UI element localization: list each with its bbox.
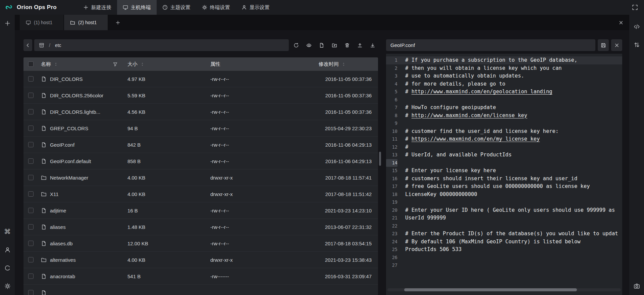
refresh-button[interactable] <box>291 39 302 51</box>
row-checkbox[interactable] <box>28 158 34 164</box>
file-attr: -rw-r--r-- <box>207 76 287 82</box>
new-file-button[interactable] <box>316 39 327 51</box>
user-button[interactable] <box>2 245 12 255</box>
file-list-scrollbar[interactable] <box>379 39 381 295</box>
file-attr: -rw-r--r-- <box>207 224 287 230</box>
gear-icon <box>4 283 11 289</box>
file-row[interactable]: DIR_COLORS.lightb...4.56 KB-rw-r--r--201… <box>23 104 378 120</box>
editor-h-scrollbar[interactable] <box>387 288 621 291</box>
file-row[interactable]: aliases1.48 KB-rw-r--r--2013-06-07 22:31… <box>23 219 378 235</box>
column-header-name[interactable]: 名称 <box>38 61 122 67</box>
command-palette-button[interactable]: ⌘ <box>2 227 12 237</box>
row-checkbox[interactable] <box>28 224 34 230</box>
file-row[interactable] <box>23 285 378 295</box>
filter-icon[interactable] <box>113 62 118 67</box>
close-icon <box>614 43 620 48</box>
file-size: 5.59 KB <box>122 93 207 98</box>
file-icon <box>41 290 47 295</box>
line-number: 9 <box>386 119 397 128</box>
row-checkbox[interactable] <box>28 76 34 82</box>
delete-button[interactable] <box>342 39 353 51</box>
row-checkbox[interactable] <box>28 241 34 246</box>
breadcrumb[interactable]: / etc <box>34 39 289 51</box>
new-folder-button[interactable] <box>329 39 340 51</box>
settings-button[interactable] <box>2 281 12 291</box>
line-number: 11 <box>386 135 397 143</box>
file-row[interactable]: anacrontab541 B-rw-------2016-03-31 23:0… <box>23 268 378 285</box>
code-line <box>397 119 405 128</box>
file-icon <box>41 208 47 213</box>
fullscreen-button[interactable] <box>630 2 640 12</box>
close-editor-button[interactable] <box>611 39 622 51</box>
row-checkbox[interactable] <box>28 109 34 114</box>
file-row[interactable]: adjtime16 B-rw-r--r--2021-03-23 14:23:10 <box>23 202 378 219</box>
line-number: 16 <box>386 175 397 183</box>
editor-filename-input[interactable]: GeoIP.conf <box>386 39 595 51</box>
row-checkbox[interactable] <box>28 257 34 262</box>
tab-label: (1) host1 <box>34 20 52 25</box>
file-size: 16 B <box>122 208 207 213</box>
file-row[interactable]: X114.00 KBdrwxr-xr-x2017-08-18 11:51:42 <box>23 186 378 202</box>
connections-button[interactable] <box>2 263 12 273</box>
file-size: 4.00 KB <box>122 191 207 197</box>
file-row[interactable]: DIR_COLORS4.97 KB-rw-r--r--2016-11-05 00… <box>23 71 378 87</box>
file-row[interactable]: GeoIP.conf.default858 B-rw-r--r--2016-11… <box>23 153 378 169</box>
file-list-scrollbar-thumb[interactable] <box>379 152 381 166</box>
code-editor[interactable]: 1# If you purchase a subscription to the… <box>386 54 622 295</box>
file-row[interactable]: GREP_COLORS94 B-rw-r--r--2015-04-29 22:3… <box>23 120 378 137</box>
file-attr: -rw------- <box>207 274 287 279</box>
menu-item-display-settings[interactable]: 显示设置 <box>236 0 275 15</box>
sort-toggle-button[interactable] <box>632 40 642 50</box>
column-header-mtime[interactable]: 修改时间 <box>287 61 378 67</box>
new-tab-button[interactable] <box>112 15 124 30</box>
add-connection-button[interactable] <box>2 18 12 28</box>
menu-item-theme-settings[interactable]: 主题设置 <box>157 0 196 15</box>
row-checkbox[interactable] <box>28 208 34 213</box>
chevron-left-icon <box>25 43 31 48</box>
code-line: # customers should insert their license … <box>397 175 577 183</box>
monitor-icon <box>123 5 128 10</box>
close-panel-button[interactable] <box>616 17 626 28</box>
file-row[interactable]: DIR_COLORS.256color5.59 KB-rw-r--r--2016… <box>23 87 378 104</box>
tab-1-host1[interactable]: (1) host1 <box>20 15 63 30</box>
file-size: 1.48 KB <box>122 224 207 230</box>
code-line: LicenseKey 000000000000 <box>397 191 477 199</box>
code-editor-button[interactable] <box>632 21 642 32</box>
menu-item-terminal-settings[interactable]: 终端设置 <box>196 0 236 15</box>
row-checkbox[interactable] <box>28 274 34 279</box>
back-button[interactable] <box>23 39 32 51</box>
app-root: Orion Ops Pro 新建连接主机终端主题设置终端设置显示设置 ⌘ (1)… <box>0 0 644 295</box>
row-checkbox[interactable] <box>28 175 34 180</box>
menu-item-new-connection[interactable]: 新建连接 <box>77 0 117 15</box>
line-number: 24 <box>386 238 397 246</box>
tab-bar: (1) host1(2) host1 <box>15 15 629 30</box>
file-row[interactable]: alternatives4.00 KBdrwxr-xr-x2021-03-23 … <box>23 252 378 268</box>
menu-item-label: 主题设置 <box>170 4 191 11</box>
topbar-menu: 新建连接主机终端主题设置终端设置显示设置 <box>77 0 275 15</box>
file-name: anacrontab <box>50 274 75 279</box>
toggle-hidden-button[interactable] <box>304 39 314 51</box>
column-header-size[interactable]: 大小 <box>122 61 207 67</box>
row-checkbox[interactable] <box>28 290 34 295</box>
column-label-name: 名称 <box>41 61 51 67</box>
upload-icon <box>357 43 363 48</box>
theme-icon <box>162 5 168 10</box>
editor-h-scrollbar-thumb[interactable] <box>404 288 577 291</box>
refresh-icon <box>293 43 299 48</box>
shell: ⌘ (1) host1(2) host1 <box>0 15 644 295</box>
menu-item-host-terminal[interactable]: 主机终端 <box>117 0 157 15</box>
save-button[interactable] <box>598 39 609 51</box>
row-checkbox[interactable] <box>28 126 34 131</box>
upload-button[interactable] <box>355 39 365 51</box>
eye-icon <box>306 43 312 48</box>
select-all-checkbox[interactable] <box>28 61 34 67</box>
file-row[interactable]: NetworkManager4.00 KBdrwxr-xr-x2017-08-1… <box>23 169 378 186</box>
tab-2-host1[interactable]: (2) host1 <box>64 15 108 30</box>
file-row[interactable]: aliases.db12.00 KB-rw-r--r--2017-08-18 0… <box>23 235 378 252</box>
row-checkbox[interactable] <box>28 191 34 197</box>
screenshot-button[interactable] <box>632 281 642 291</box>
row-checkbox[interactable] <box>28 142 34 147</box>
download-button[interactable] <box>367 39 378 51</box>
row-checkbox[interactable] <box>28 93 34 98</box>
file-row[interactable]: GeoIP.conf842 B-rw-r--r--2016-11-06 04:2… <box>23 137 378 153</box>
